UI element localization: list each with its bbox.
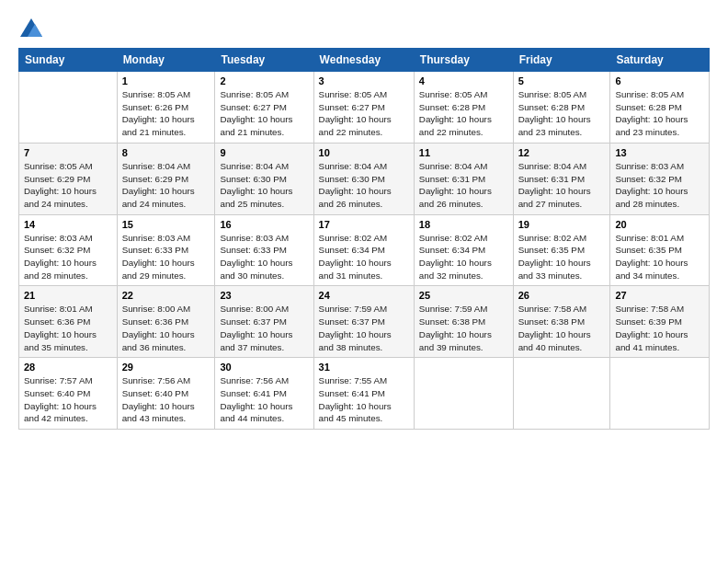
day-info: Sunrise: 8:00 AM Sunset: 6:37 PM Dayligh… (220, 303, 308, 353)
calendar-header-tuesday: Tuesday (215, 49, 313, 72)
calendar-cell: 31Sunrise: 7:55 AM Sunset: 6:41 PM Dayli… (313, 358, 414, 430)
day-number: 11 (419, 147, 508, 158)
day-info: Sunrise: 8:01 AM Sunset: 6:35 PM Dayligh… (615, 232, 704, 282)
calendar-header-thursday: Thursday (414, 49, 513, 72)
calendar-cell: 8Sunrise: 8:04 AM Sunset: 6:29 PM Daylig… (117, 143, 215, 214)
calendar-table: SundayMondayTuesdayWednesdayThursdayFrid… (18, 48, 710, 430)
day-number: 31 (319, 362, 409, 373)
calendar-cell: 9Sunrise: 8:04 AM Sunset: 6:30 PM Daylig… (215, 143, 313, 214)
day-info: Sunrise: 8:02 AM Sunset: 6:34 PM Dayligh… (319, 232, 409, 282)
calendar-cell: 4Sunrise: 8:05 AM Sunset: 6:28 PM Daylig… (414, 72, 513, 144)
day-number: 1 (122, 75, 210, 86)
calendar-cell (19, 72, 118, 144)
day-info: Sunrise: 8:02 AM Sunset: 6:35 PM Dayligh… (518, 232, 606, 282)
day-info: Sunrise: 7:56 AM Sunset: 6:40 PM Dayligh… (122, 374, 210, 425)
day-number: 21 (24, 290, 112, 301)
calendar-cell: 18Sunrise: 8:02 AM Sunset: 6:34 PM Dayli… (414, 214, 513, 286)
calendar-cell: 17Sunrise: 8:02 AM Sunset: 6:34 PM Dayli… (313, 214, 414, 286)
calendar-cell: 6Sunrise: 8:05 AM Sunset: 6:28 PM Daylig… (610, 72, 710, 144)
day-number: 24 (319, 290, 409, 301)
calendar-cell: 13Sunrise: 8:03 AM Sunset: 6:32 PM Dayli… (610, 143, 710, 214)
day-info: Sunrise: 7:55 AM Sunset: 6:41 PM Dayligh… (319, 374, 409, 425)
day-number: 4 (419, 75, 508, 86)
day-info: Sunrise: 7:56 AM Sunset: 6:41 PM Dayligh… (220, 374, 308, 425)
calendar-header-sunday: Sunday (19, 49, 118, 72)
day-number: 8 (122, 147, 210, 158)
calendar-cell: 10Sunrise: 8:04 AM Sunset: 6:30 PM Dayli… (313, 143, 414, 214)
day-number: 20 (615, 219, 704, 230)
calendar-cell: 14Sunrise: 8:03 AM Sunset: 6:32 PM Dayli… (19, 214, 118, 286)
calendar-header-row: SundayMondayTuesdayWednesdayThursdayFrid… (19, 49, 710, 72)
day-number: 12 (518, 147, 606, 158)
day-number: 16 (220, 219, 308, 230)
calendar-header-saturday: Saturday (610, 49, 710, 72)
day-info: Sunrise: 8:05 AM Sunset: 6:27 PM Dayligh… (220, 88, 308, 139)
day-info: Sunrise: 7:59 AM Sunset: 6:37 PM Dayligh… (319, 303, 409, 353)
calendar-cell: 2Sunrise: 8:05 AM Sunset: 6:27 PM Daylig… (215, 72, 313, 144)
day-info: Sunrise: 7:59 AM Sunset: 6:38 PM Dayligh… (419, 303, 508, 353)
day-info: Sunrise: 8:05 AM Sunset: 6:26 PM Dayligh… (122, 88, 210, 139)
day-number: 30 (220, 362, 308, 373)
day-info: Sunrise: 7:57 AM Sunset: 6:40 PM Dayligh… (24, 374, 112, 425)
calendar-cell: 29Sunrise: 7:56 AM Sunset: 6:40 PM Dayli… (117, 358, 215, 430)
calendar-cell: 7Sunrise: 8:05 AM Sunset: 6:29 PM Daylig… (19, 143, 118, 214)
calendar-cell (513, 358, 610, 430)
day-number: 10 (319, 147, 409, 158)
day-info: Sunrise: 8:03 AM Sunset: 6:33 PM Dayligh… (220, 232, 308, 282)
day-info: Sunrise: 8:00 AM Sunset: 6:36 PM Dayligh… (122, 303, 210, 353)
calendar-cell (610, 358, 710, 430)
calendar-week-row: 21Sunrise: 8:01 AM Sunset: 6:36 PM Dayli… (19, 286, 710, 358)
day-info: Sunrise: 8:05 AM Sunset: 6:28 PM Dayligh… (615, 88, 704, 139)
day-info: Sunrise: 8:05 AM Sunset: 6:29 PM Dayligh… (24, 160, 112, 211)
calendar-cell: 26Sunrise: 7:58 AM Sunset: 6:38 PM Dayli… (513, 286, 610, 358)
day-info: Sunrise: 8:04 AM Sunset: 6:29 PM Dayligh… (122, 160, 210, 211)
day-number: 19 (518, 219, 606, 230)
day-info: Sunrise: 8:04 AM Sunset: 6:31 PM Dayligh… (419, 160, 508, 211)
day-number: 14 (24, 219, 112, 230)
calendar-cell: 23Sunrise: 8:00 AM Sunset: 6:37 PM Dayli… (215, 286, 313, 358)
day-number: 18 (419, 219, 508, 230)
day-number: 15 (122, 219, 210, 230)
day-number: 17 (319, 219, 409, 230)
calendar-cell: 3Sunrise: 8:05 AM Sunset: 6:27 PM Daylig… (313, 72, 414, 144)
day-number: 13 (615, 147, 704, 158)
day-info: Sunrise: 8:03 AM Sunset: 6:32 PM Dayligh… (24, 232, 112, 282)
day-number: 7 (24, 147, 112, 158)
page: SundayMondayTuesdayWednesdayThursdayFrid… (0, 0, 728, 439)
calendar-cell (414, 358, 513, 430)
day-info: Sunrise: 8:04 AM Sunset: 6:31 PM Dayligh… (518, 160, 606, 211)
day-info: Sunrise: 8:04 AM Sunset: 6:30 PM Dayligh… (220, 160, 308, 211)
day-info: Sunrise: 8:05 AM Sunset: 6:28 PM Dayligh… (419, 88, 508, 139)
logo-icon (18, 17, 44, 42)
day-number: 3 (319, 75, 409, 86)
day-number: 6 (615, 75, 704, 86)
calendar-cell: 24Sunrise: 7:59 AM Sunset: 6:37 PM Dayli… (313, 286, 414, 358)
calendar-cell: 16Sunrise: 8:03 AM Sunset: 6:33 PM Dayli… (215, 214, 313, 286)
calendar-cell: 1Sunrise: 8:05 AM Sunset: 6:26 PM Daylig… (117, 72, 215, 144)
calendar-header-monday: Monday (117, 49, 215, 72)
day-number: 26 (518, 290, 606, 301)
logo (18, 17, 48, 42)
day-number: 23 (220, 290, 308, 301)
day-info: Sunrise: 8:03 AM Sunset: 6:33 PM Dayligh… (122, 232, 210, 282)
day-number: 5 (518, 75, 606, 86)
calendar-week-row: 7Sunrise: 8:05 AM Sunset: 6:29 PM Daylig… (19, 143, 710, 214)
day-number: 25 (419, 290, 508, 301)
calendar-cell: 20Sunrise: 8:01 AM Sunset: 6:35 PM Dayli… (610, 214, 710, 286)
calendar-cell: 22Sunrise: 8:00 AM Sunset: 6:36 PM Dayli… (117, 286, 215, 358)
day-info: Sunrise: 8:01 AM Sunset: 6:36 PM Dayligh… (24, 303, 112, 353)
header (18, 17, 710, 42)
day-number: 9 (220, 147, 308, 158)
calendar-week-row: 1Sunrise: 8:05 AM Sunset: 6:26 PM Daylig… (19, 72, 710, 144)
calendar-cell: 27Sunrise: 7:58 AM Sunset: 6:39 PM Dayli… (610, 286, 710, 358)
calendar-cell: 15Sunrise: 8:03 AM Sunset: 6:33 PM Dayli… (117, 214, 215, 286)
day-info: Sunrise: 7:58 AM Sunset: 6:39 PM Dayligh… (615, 303, 704, 353)
calendar-header-wednesday: Wednesday (313, 49, 414, 72)
calendar-cell: 21Sunrise: 8:01 AM Sunset: 6:36 PM Dayli… (19, 286, 118, 358)
calendar-cell: 28Sunrise: 7:57 AM Sunset: 6:40 PM Dayli… (19, 358, 118, 430)
calendar-cell: 11Sunrise: 8:04 AM Sunset: 6:31 PM Dayli… (414, 143, 513, 214)
calendar-cell: 12Sunrise: 8:04 AM Sunset: 6:31 PM Dayli… (513, 143, 610, 214)
day-info: Sunrise: 8:05 AM Sunset: 6:28 PM Dayligh… (518, 88, 606, 139)
calendar-header-friday: Friday (513, 49, 610, 72)
day-number: 22 (122, 290, 210, 301)
